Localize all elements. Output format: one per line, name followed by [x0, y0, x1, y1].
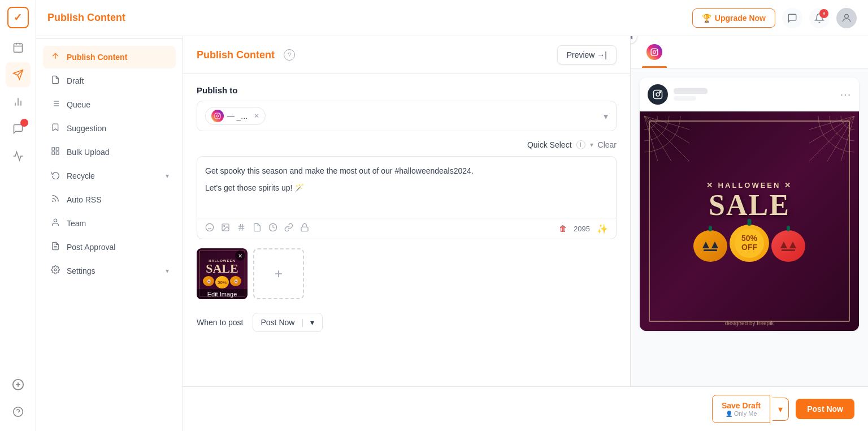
editor-toolbar: 🗑 2095 ✨	[197, 218, 617, 239]
doc-icon[interactable]	[253, 223, 262, 234]
post-text-line2: Let's get those spirits up! 🪄	[205, 182, 608, 194]
publish-panel-header: Publish Content ? Preview →|	[183, 36, 630, 74]
link-icon[interactable]	[284, 223, 293, 234]
publish-to-row[interactable]: — _… ✕ ▾	[197, 101, 617, 131]
preview-tab-instagram[interactable]	[642, 36, 667, 68]
nav-icon-analytics[interactable]	[6, 89, 31, 114]
preview-username-placeholder	[674, 88, 708, 94]
save-draft-sub: 👤 Only Me	[722, 410, 761, 417]
help-icon[interactable]: ?	[284, 49, 295, 61]
svg-point-49	[659, 92, 661, 93]
publish-panel: Publish Content ? Preview →| Publish to …	[183, 36, 631, 431]
when-to-post-row: When to post Post Now | ▾	[197, 313, 617, 332]
sidebar-item-team[interactable]: Team	[43, 212, 176, 235]
messages-badge	[20, 119, 28, 127]
sidebar-item-suggestion[interactable]: Suggestion	[43, 117, 176, 140]
chip-close-icon[interactable]: ✕	[254, 112, 259, 120]
nav-icon-data[interactable]	[6, 144, 31, 169]
bulk-icon	[50, 146, 61, 158]
preview-more-icon[interactable]: ⋯	[840, 88, 851, 101]
preview-image: ✕ HALLOWEEN ✕ SALE	[640, 111, 859, 331]
clock-icon[interactable]	[268, 223, 277, 234]
post-text-area[interactable]: Get spooky this season and make the most…	[197, 156, 617, 218]
sidebar-item-approval[interactable]: Post Approval	[43, 236, 176, 258]
user-avatar[interactable]	[836, 8, 857, 28]
sidebar-item-publish[interactable]: Publish Content	[43, 46, 176, 68]
nav-icon-publish[interactable]	[6, 62, 31, 87]
sidebar-item-draft[interactable]: Draft	[43, 70, 176, 92]
delete-icon[interactable]: 🗑	[559, 224, 567, 233]
post-timing-value: Post Now	[261, 318, 295, 327]
preview-card: ⋯	[640, 77, 859, 331]
upgrade-button[interactable]: 🏆 Upgrade Now	[692, 8, 775, 28]
preview-card-header: ⋯	[640, 77, 859, 111]
svg-point-33	[206, 223, 213, 231]
svg-marker-66	[702, 242, 709, 248]
sidebar-item-publish-label: Publish Content	[67, 53, 127, 62]
sidebar-item-bulk[interactable]: Bulk Upload	[43, 141, 176, 163]
sidebar-item-recycle[interactable]: Recycle ▾	[43, 165, 176, 187]
approval-icon	[50, 242, 61, 253]
suggestion-icon	[50, 123, 61, 134]
messages-button[interactable]	[782, 8, 802, 28]
edit-image-label[interactable]: Edit Image	[197, 289, 248, 299]
svg-rect-20	[52, 148, 55, 150]
svg-point-28	[54, 269, 57, 271]
svg-line-40	[240, 224, 240, 231]
publish-to-chevron-icon[interactable]: ▾	[604, 111, 608, 122]
ai-magic-icon[interactable]: ✨	[597, 223, 608, 234]
recycle-icon	[50, 170, 61, 182]
publish-to-label: Publish to	[197, 85, 617, 95]
trophy-icon: 🏆	[702, 14, 711, 23]
save-draft-sub-text: Only Me	[734, 410, 757, 417]
sidebar-item-suggestion-label: Suggestion	[67, 124, 106, 133]
sale-badge: 50% OFF	[735, 229, 764, 258]
sidebar-item-queue[interactable]: Queue	[43, 93, 176, 116]
svg-point-45	[653, 51, 656, 54]
preview-label: Preview →|	[567, 50, 607, 59]
svg-point-29	[845, 14, 849, 18]
halloween-sale-text: SALE	[693, 191, 805, 220]
bot-icon[interactable]	[300, 223, 309, 234]
image-icon[interactable]	[221, 223, 230, 234]
emoji-icon[interactable]	[205, 223, 214, 234]
quick-select-info-icon: i	[576, 140, 585, 149]
save-draft-dropdown-button[interactable]: ▾	[772, 398, 789, 421]
sidebar-item-settings[interactable]: Settings ▾	[43, 260, 176, 282]
app-logo[interactable]: ✓	[7, 7, 29, 28]
hashtag-icon[interactable]	[237, 223, 246, 234]
quick-select-chevron-icon[interactable]: ▾	[590, 141, 593, 149]
nav-icon-messages[interactable]	[6, 117, 31, 141]
instagram-chip[interactable]: — _… ✕	[205, 107, 266, 125]
settings-icon	[50, 265, 61, 277]
sidebar-item-recycle-label: Recycle	[67, 171, 95, 180]
sidebar-item-rss[interactable]: Auto RSS	[43, 188, 176, 211]
media-thumbnail[interactable]: HALLOWEEN SALE 👻 50% 👻	[197, 248, 248, 299]
nav-icon-add[interactable]	[6, 372, 31, 397]
notifications-button[interactable]: 8	[809, 8, 830, 28]
topbar-title: Publish Content	[47, 12, 125, 24]
preview-button[interactable]: Preview →|	[557, 45, 617, 64]
freepik-credit: designed by freepik	[640, 320, 859, 326]
halloween-x-left: ✕	[706, 181, 718, 189]
save-draft-button[interactable]: Save Draft 👤 Only Me	[712, 395, 770, 423]
post-timing-select[interactable]: Post Now | ▾	[253, 313, 323, 332]
nav-icon-help[interactable]	[6, 399, 31, 424]
clear-button[interactable]: Clear	[598, 140, 617, 149]
halloween-content: ✕ HALLOWEEN ✕ SALE	[684, 172, 814, 271]
pumpkins-row: 50% OFF	[693, 225, 805, 262]
preview-subtitle-placeholder	[674, 96, 696, 101]
timing-chevron-icon: ▾	[310, 318, 314, 327]
post-now-button[interactable]: Post Now	[796, 399, 854, 419]
sidebar-item-approval-label: Post Approval	[67, 243, 115, 252]
media-add-button[interactable]: +	[253, 248, 304, 299]
recycle-chevron-icon: ▾	[166, 172, 169, 180]
sidebar: G G's Workspace UTC-07:00 ▾ Publish Cont…	[36, 0, 183, 431]
when-to-post-label: When to post	[197, 318, 244, 327]
svg-rect-23	[52, 152, 55, 154]
nav-icon-calendar[interactable]	[6, 35, 31, 60]
preview-avatar	[648, 84, 668, 105]
sidebar-item-team-label: Team	[67, 219, 86, 228]
preview-body: ⋯	[631, 68, 868, 431]
pumpkin-face-right	[778, 239, 798, 253]
